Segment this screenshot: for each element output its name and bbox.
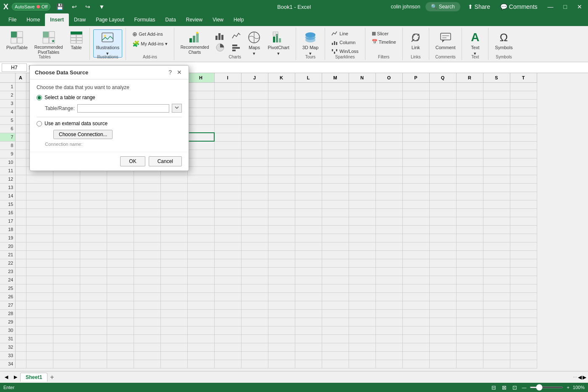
grid-cell[interactable] [349, 334, 375, 343]
grid-cell[interactable] [15, 116, 26, 124]
grid-cell[interactable] [322, 343, 349, 351]
grid-cell[interactable] [429, 91, 456, 99]
grid-cell[interactable] [214, 217, 241, 225]
grid-cell[interactable] [322, 284, 349, 292]
grid-cell[interactable] [241, 200, 268, 208]
grid-cell[interactable] [456, 242, 483, 250]
grid-cell[interactable] [107, 225, 134, 234]
grid-cell[interactable] [187, 141, 214, 150]
grid-cell[interactable] [483, 292, 510, 301]
grid-cell[interactable] [268, 208, 295, 217]
grid-cell[interactable] [268, 183, 295, 192]
grid-cell[interactable] [268, 234, 295, 242]
grid-cell[interactable] [80, 183, 107, 192]
grid-cell[interactable] [160, 351, 187, 360]
grid-cell[interactable] [375, 259, 402, 267]
grid-cell[interactable] [402, 217, 429, 225]
grid-cell[interactable] [107, 200, 134, 208]
grid-cell[interactable] [80, 318, 107, 326]
grid-cell[interactable] [456, 351, 483, 360]
grid-cell[interactable] [187, 133, 214, 141]
grid-cell[interactable] [402, 343, 429, 351]
grid-cell[interactable] [214, 334, 241, 343]
grid-cell[interactable] [510, 326, 537, 334]
grid-cell[interactable] [187, 309, 214, 318]
share-button[interactable]: ⬆ Share [465, 3, 493, 11]
grid-cell[interactable] [349, 351, 375, 360]
grid-cell[interactable] [53, 343, 80, 351]
grid-cell[interactable] [134, 309, 160, 318]
grid-cell[interactable] [456, 208, 483, 217]
grid-cell[interactable] [187, 192, 214, 200]
grid-cell[interactable] [160, 276, 187, 284]
grid-cell[interactable] [241, 318, 268, 326]
grid-cell[interactable] [349, 133, 375, 141]
grid-cell[interactable] [322, 99, 349, 108]
maps-button[interactable]: Maps ▾ [244, 29, 264, 58]
grid-cell[interactable] [187, 267, 214, 276]
grid-cell[interactable] [80, 200, 107, 208]
grid-cell[interactable] [268, 276, 295, 284]
grid-cell[interactable] [214, 91, 241, 99]
grid-cell[interactable] [295, 292, 322, 301]
grid-cell[interactable] [80, 267, 107, 276]
grid-cell[interactable] [349, 82, 375, 91]
grid-cell[interactable] [80, 242, 107, 250]
tab-help[interactable]: Help [228, 13, 249, 26]
grid-cell[interactable] [187, 326, 214, 334]
grid-cell[interactable] [241, 351, 268, 360]
grid-cell[interactable] [80, 259, 107, 267]
grid-cell[interactable] [15, 267, 26, 276]
grid-cell[interactable] [402, 242, 429, 250]
grid-cell[interactable] [375, 234, 402, 242]
grid-cell[interactable] [510, 82, 537, 91]
3d-map-button[interactable]: 3D Map ▾ [299, 29, 322, 58]
grid-cell[interactable] [349, 99, 375, 108]
grid-cell[interactable] [241, 326, 268, 334]
grid-cell[interactable] [160, 208, 187, 217]
tab-home[interactable]: Home [21, 13, 45, 26]
grid-cell[interactable] [268, 200, 295, 208]
grid-cell[interactable] [483, 183, 510, 192]
grid-cell[interactable] [80, 351, 107, 360]
grid-cell[interactable] [160, 326, 187, 334]
grid-cell[interactable] [15, 276, 26, 284]
grid-cell[interactable] [402, 351, 429, 360]
grid-cell[interactable] [268, 318, 295, 326]
tab-draw[interactable]: Draw [69, 13, 91, 26]
grid-cell[interactable] [80, 343, 107, 351]
grid-cell[interactable] [26, 309, 53, 318]
grid-cell[interactable] [322, 200, 349, 208]
grid-cell[interactable] [214, 276, 241, 284]
grid-cell[interactable] [187, 108, 214, 116]
grid-cell[interactable] [187, 301, 214, 309]
grid-cell[interactable] [375, 124, 402, 133]
grid-cell[interactable] [134, 217, 160, 225]
grid-cell[interactable] [134, 343, 160, 351]
grid-cell[interactable] [26, 208, 53, 217]
table-button[interactable]: Table [67, 29, 86, 51]
grid-cell[interactable] [107, 292, 134, 301]
grid-cell[interactable] [322, 82, 349, 91]
get-addins-button[interactable]: ⊕ Get Add-ins [129, 29, 170, 39]
grid-cell[interactable] [322, 259, 349, 267]
grid-cell[interactable] [349, 234, 375, 242]
grid-cell[interactable] [510, 208, 537, 217]
grid-cell[interactable] [160, 343, 187, 351]
grid-cell[interactable] [483, 99, 510, 108]
link-button[interactable]: Link [406, 29, 425, 51]
grid-cell[interactable] [107, 284, 134, 292]
grid-cell[interactable] [375, 276, 402, 284]
grid-cell[interactable] [268, 91, 295, 99]
grid-cell[interactable] [241, 301, 268, 309]
grid-cell[interactable] [375, 217, 402, 225]
grid-cell[interactable] [187, 208, 214, 217]
grid-cell[interactable] [214, 309, 241, 318]
grid-cell[interactable] [187, 124, 214, 133]
grid-cell[interactable] [402, 192, 429, 200]
grid-cell[interactable] [134, 225, 160, 234]
grid-cell[interactable] [214, 141, 241, 150]
grid-cell[interactable] [107, 276, 134, 284]
grid-cell[interactable] [322, 158, 349, 166]
grid-cell[interactable] [483, 175, 510, 183]
